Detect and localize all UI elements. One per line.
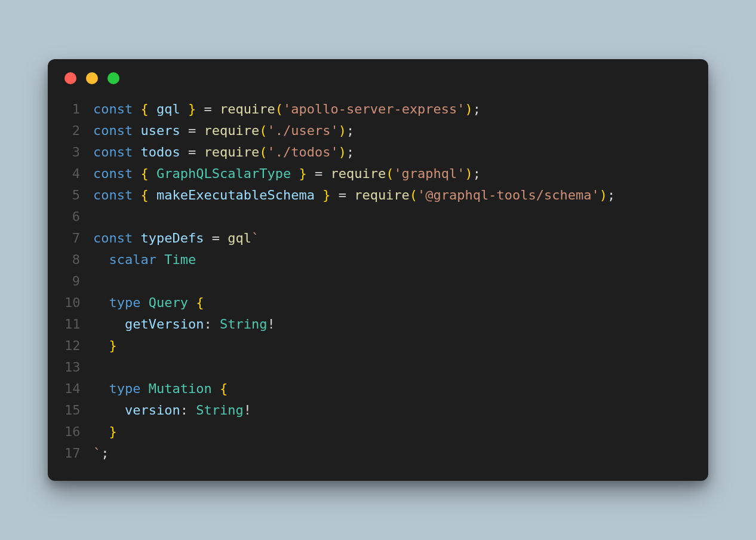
code-line[interactable]: 12 }: [64, 335, 692, 357]
code-token: scalar: [109, 252, 156, 267]
code-line[interactable]: 1const { gql } = require('apollo-server-…: [64, 99, 692, 120]
code-token: [291, 166, 299, 181]
code-token: {: [140, 188, 148, 202]
code-token: =: [330, 188, 354, 202]
code-content[interactable]: const { GraphQLScalarType } = require('g…: [93, 163, 481, 185]
code-token: !: [244, 403, 251, 418]
code-token: require: [204, 145, 259, 159]
code-token: String: [220, 317, 267, 332]
code-token: [133, 102, 140, 116]
line-number: 8: [64, 249, 93, 271]
code-token: ): [465, 166, 473, 181]
code-line[interactable]: 2const users = require('./users');: [64, 120, 692, 142]
line-number: 15: [64, 400, 93, 421]
code-line[interactable]: 14 type Mutation {: [64, 378, 692, 400]
titlebar: [48, 72, 708, 99]
code-token: [188, 295, 196, 310]
code-line[interactable]: 9: [64, 271, 692, 292]
code-content[interactable]: const typeDefs = gql`: [93, 228, 259, 249]
code-content[interactable]: [93, 271, 101, 292]
code-token: [93, 252, 109, 267]
code-content[interactable]: const users = require('./users');: [93, 120, 354, 142]
code-token: const: [93, 166, 133, 181]
code-token: const: [93, 123, 133, 138]
code-token: {: [220, 381, 228, 396]
line-number: 5: [64, 185, 93, 206]
code-token: String: [196, 403, 243, 418]
code-line[interactable]: 3const todos = require('./todos');: [64, 142, 692, 163]
code-token: =: [204, 231, 228, 246]
code-token: }: [109, 424, 117, 439]
code-line[interactable]: 6: [64, 206, 692, 228]
code-content[interactable]: `;: [93, 443, 109, 464]
code-token: =: [180, 145, 204, 159]
code-content[interactable]: type Query {: [93, 292, 204, 314]
code-token: [133, 145, 140, 159]
code-line[interactable]: 5const { makeExecutableSchema } = requir…: [64, 185, 692, 206]
code-token: [133, 123, 140, 138]
code-token: }: [299, 166, 306, 181]
code-token: ): [600, 188, 607, 202]
code-token: [140, 295, 148, 310]
code-token: ): [339, 123, 346, 138]
code-line[interactable]: 8 scalar Time: [64, 249, 692, 271]
code-token: const: [93, 145, 133, 159]
minimize-icon[interactable]: [86, 72, 98, 84]
code-token: './todos': [267, 145, 338, 159]
code-line[interactable]: 16 }: [64, 421, 692, 443]
maximize-icon[interactable]: [107, 72, 119, 84]
code-token: GraphQLScalarType: [156, 166, 291, 181]
code-token: [149, 188, 156, 202]
line-number: 13: [64, 357, 93, 378]
line-number: 9: [64, 271, 93, 292]
code-line[interactable]: 4const { GraphQLScalarType } = require('…: [64, 163, 692, 185]
code-token: '@graphql-tools/schema': [417, 188, 600, 202]
code-content[interactable]: const { gql } = require('apollo-server-e…: [93, 99, 481, 120]
code-line[interactable]: 15 version: String!: [64, 400, 692, 421]
code-content[interactable]: type Mutation {: [93, 378, 228, 400]
line-number: 6: [64, 206, 93, 228]
code-line[interactable]: 7const typeDefs = gql`: [64, 228, 692, 249]
code-content[interactable]: const todos = require('./todos');: [93, 142, 354, 163]
code-token: [156, 252, 164, 267]
code-token: [93, 338, 109, 353]
line-number: 1: [64, 99, 93, 120]
code-content[interactable]: scalar Time: [93, 249, 196, 271]
code-token: [133, 166, 140, 181]
line-number: 3: [64, 142, 93, 163]
code-content[interactable]: }: [93, 335, 117, 357]
line-number: 4: [64, 163, 93, 185]
code-token: }: [188, 102, 196, 116]
code-content[interactable]: getVersion: String!: [93, 314, 275, 335]
code-token: ): [465, 102, 473, 116]
code-token: version: [125, 403, 180, 418]
line-number: 2: [64, 120, 93, 142]
line-number: 11: [64, 314, 93, 335]
code-token: ;: [346, 123, 354, 138]
code-line[interactable]: 17`;: [64, 443, 692, 464]
code-token: {: [140, 102, 148, 116]
code-content[interactable]: [93, 357, 101, 378]
code-line[interactable]: 10 type Query {: [64, 292, 692, 314]
code-line[interactable]: 13: [64, 357, 692, 378]
code-token: `: [251, 231, 259, 246]
code-token: =: [180, 123, 204, 138]
code-line[interactable]: 11 getVersion: String!: [64, 314, 692, 335]
code-token: [180, 102, 188, 116]
code-token: `: [93, 446, 101, 461]
code-token: users: [140, 123, 180, 138]
code-token: require: [204, 123, 259, 138]
code-content[interactable]: [93, 206, 101, 228]
code-area[interactable]: 1const { gql } = require('apollo-server-…: [48, 99, 708, 464]
code-token: Query: [149, 295, 188, 310]
code-content[interactable]: const { makeExecutableSchema } = require…: [93, 185, 615, 206]
close-icon[interactable]: [64, 72, 76, 84]
code-token: [93, 381, 109, 396]
code-token: gql: [228, 231, 251, 246]
code-token: (: [410, 188, 417, 202]
code-token: ;: [473, 102, 481, 116]
code-token: [315, 188, 322, 202]
code-content[interactable]: version: String!: [93, 400, 251, 421]
code-token: Time: [164, 252, 196, 267]
code-content[interactable]: }: [93, 421, 117, 443]
